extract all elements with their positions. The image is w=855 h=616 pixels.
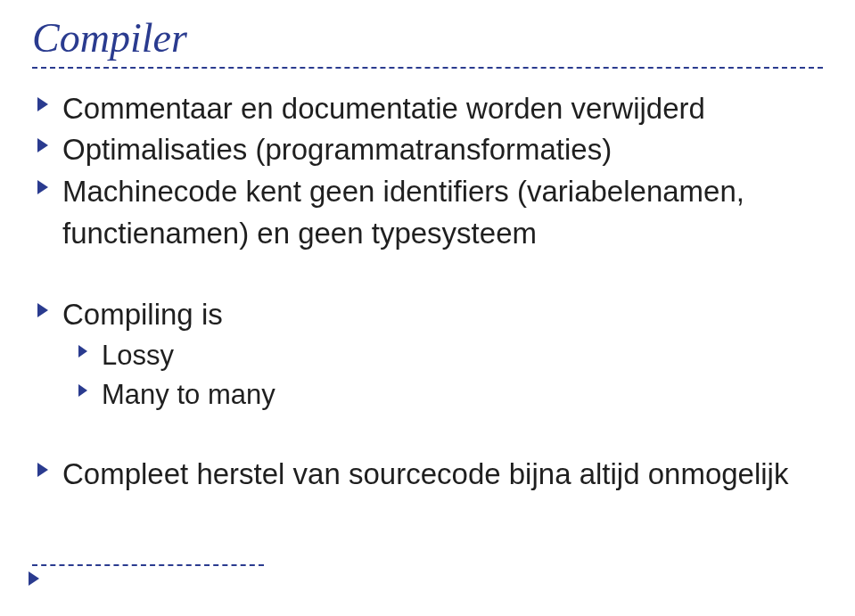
list-item: Machinecode kent geen identifiers (varia… <box>37 171 823 255</box>
list-item-text: Compleet herstel van sourcecode bijna al… <box>62 454 823 496</box>
list-item: Optimalisaties (programmatransformaties) <box>37 129 823 171</box>
list-item-text: Commentaar en documentatie worden verwij… <box>62 88 823 130</box>
bullet-triangle-icon <box>37 88 62 111</box>
bullet-triangle-icon <box>37 454 62 477</box>
list-item-text: Optimalisaties (programmatransformaties) <box>62 129 823 171</box>
bullet-triangle-icon <box>37 171 62 194</box>
spacer <box>32 255 823 294</box>
svg-marker-3 <box>37 303 48 317</box>
list-item-text: Machinecode kent geen identifiers (varia… <box>62 171 823 255</box>
bullet-triangle-icon <box>78 375 102 397</box>
svg-marker-1 <box>37 138 48 152</box>
title-underline <box>32 67 823 69</box>
bullet-triangle-icon <box>37 294 62 317</box>
list-item: Compleet herstel van sourcecode bijna al… <box>37 454 823 496</box>
list-subitem: Lossy <box>78 336 823 375</box>
svg-marker-6 <box>37 463 48 477</box>
svg-marker-4 <box>78 345 87 357</box>
list-item: Compiling is <box>37 294 823 336</box>
list-subitem-text: Lossy <box>102 336 823 375</box>
list-item: Commentaar en documentatie worden verwij… <box>37 88 823 130</box>
bullet-triangle-icon <box>78 336 102 357</box>
svg-marker-7 <box>29 571 39 586</box>
footer-underline <box>32 564 264 566</box>
spacer <box>32 415 823 454</box>
list-item-text: Compiling is <box>62 294 823 336</box>
svg-marker-5 <box>78 384 87 397</box>
svg-marker-2 <box>37 180 48 194</box>
list-subitem: Many to many <box>78 375 823 415</box>
slide-title: Compiler <box>32 16 823 62</box>
svg-marker-0 <box>37 97 48 111</box>
bullet-triangle-icon <box>37 129 62 152</box>
footer-mark-icon <box>29 571 41 589</box>
bullet-list: Commentaar en documentatie worden verwij… <box>32 88 823 496</box>
slide: Compiler Commentaar en documentatie word… <box>0 0 855 616</box>
list-subitem-text: Many to many <box>102 375 823 415</box>
